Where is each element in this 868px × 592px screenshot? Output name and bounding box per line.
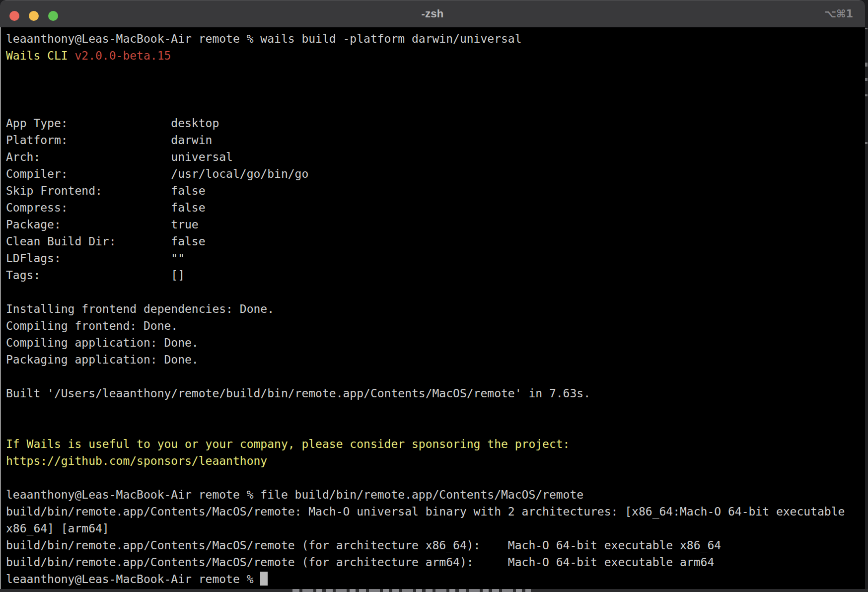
terminal-text-segment: Compiling frontend: Done. [6,319,178,332]
terminal-window: -zsh ⌥⌘1 leaanthony@Leas-MacBook-Air rem… [0,0,865,589]
terminal-text-segment: Compiler: /usr/local/go/bin/go [6,167,308,180]
terminal-line: Compiling frontend: Done. [6,317,860,334]
terminal-line: leaanthony@Leas-MacBook-Air remote % [6,571,860,588]
terminal-text-segment: Arch: universal [6,150,233,163]
terminal-text-segment: Skip Frontend: false [6,184,206,197]
terminal-text-segment: LDFlags: "" [6,252,185,265]
terminal-line [6,98,860,115]
terminal-line [6,402,860,419]
minimize-button[interactable] [29,11,39,21]
title-bar[interactable]: -zsh ⌥⌘1 [0,0,865,27]
terminal-text-segment: leaanthony@Leas-MacBook-Air remote % wai… [6,32,522,45]
background-window-fragments [865,0,868,592]
terminal-line: Package: true [6,216,860,233]
terminal-line: leaanthony@Leas-MacBook-Air remote % wai… [6,30,860,47]
close-button[interactable] [9,11,19,21]
terminal-text-segment: Built '/Users/leaanthony/remote/build/bi… [6,387,590,400]
desktop-background-strip [0,589,868,592]
terminal-text-segment: build/bin/remote.app/Contents/MacOS/remo… [6,539,721,552]
terminal-line: Wails CLI v2.0.0-beta.15 [6,47,860,64]
terminal-line [6,368,860,385]
terminal-text-segment: App Type: desktop [6,117,219,130]
terminal-line: build/bin/remote.app/Contents/MacOS/remo… [6,537,860,554]
terminal-line [6,284,860,300]
terminal-text-segment: v2.0.0-beta.15 [74,49,171,62]
terminal-text-segment: build/bin/remote.app/Contents/MacOS/remo… [6,505,845,518]
terminal-line: Packaging application: Done. [6,351,860,368]
terminal-line: Compress: false [6,199,860,216]
terminal-line: Arch: universal [6,148,860,165]
terminal-output[interactable]: leaanthony@Leas-MacBook-Air remote % wai… [0,27,865,589]
background-window-text-fragment [292,589,531,592]
terminal-text-segment: https://github.com/sponsors/leaanthony [6,454,267,467]
zoom-button[interactable] [48,11,58,21]
tab-shortcut-badge: ⌥⌘1 [824,0,853,27]
terminal-line [6,469,860,486]
terminal-line: Compiler: /usr/local/go/bin/go [6,165,860,182]
terminal-text-segment: Platform: darwin [6,134,212,147]
terminal-text-segment: x86_64] [arm64] [6,522,109,535]
terminal-line: Installing frontend dependencies: Done. [6,300,860,317]
terminal-line: Platform: darwin [6,132,860,148]
terminal-line: If Wails is useful to you or your compan… [6,436,860,452]
terminal-line: build/bin/remote.app/Contents/MacOS/remo… [6,554,860,571]
terminal-text-segment: Package: true [6,218,199,231]
window-title: -zsh [422,7,444,20]
terminal-text-segment: build/bin/remote.app/Contents/MacOS/remo… [6,556,714,569]
terminal-line [6,419,860,436]
terminal-line [6,81,860,98]
text-cursor [260,572,268,586]
terminal-line: build/bin/remote.app/Contents/MacOS/remo… [6,503,860,520]
terminal-text-segment: leaanthony@Leas-MacBook-Air remote % [6,573,260,586]
terminal-text-segment: Clean Build Dir: false [6,235,206,248]
terminal-text-segment: Tags: [] [6,269,185,282]
terminal-line: Skip Frontend: false [6,182,860,199]
window-controls [9,11,58,21]
terminal-text-segment: If Wails is useful to you or your compan… [6,438,570,450]
terminal-line [6,64,860,81]
terminal-line: Clean Build Dir: false [6,233,860,250]
terminal-line: Tags: [] [6,267,860,284]
terminal-text-segment: Compiling application: Done. [6,336,199,349]
terminal-line: https://github.com/sponsors/leaanthony [6,452,860,469]
terminal-line: Built '/Users/leaanthony/remote/build/bi… [6,385,860,402]
terminal-line: leaanthony@Leas-MacBook-Air remote % fil… [6,486,860,503]
terminal-text-segment: Wails CLI [6,49,74,62]
terminal-line: Compiling application: Done. [6,334,860,351]
terminal-line: x86_64] [arm64] [6,520,860,537]
terminal-text-segment: Installing frontend dependencies: Done. [6,302,274,315]
terminal-text-segment: Compress: false [6,201,206,214]
terminal-line: App Type: desktop [6,115,860,132]
terminal-text-segment: leaanthony@Leas-MacBook-Air remote % fil… [6,488,583,501]
terminal-line: LDFlags: "" [6,250,860,267]
terminal-text-segment: Packaging application: Done. [6,353,199,366]
